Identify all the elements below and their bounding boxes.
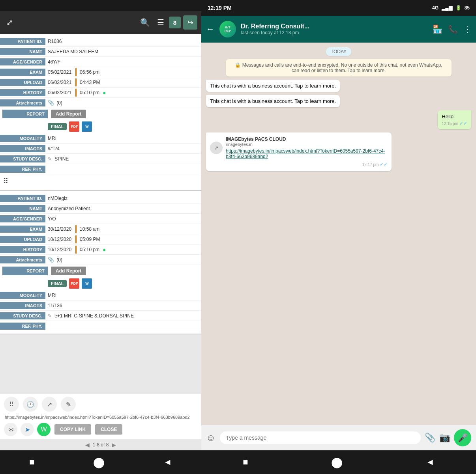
edit-share-icon[interactable]: ✎	[61, 397, 76, 412]
mic-button[interactable]: 🎤	[454, 429, 471, 446]
history-icon[interactable]: 🕐	[23, 397, 38, 412]
link-domain: imagebytes.in	[226, 142, 388, 147]
share-icons-row: ⠿ 🕐 ↗ ✎	[4, 397, 197, 412]
patient2-id-row: PATIENT ID. nMDleglz	[0, 193, 201, 203]
left-nav-home[interactable]: ⬤	[90, 453, 108, 472]
word-icon-1[interactable]: W	[82, 121, 92, 132]
patient1-refphy-value	[45, 168, 201, 170]
patient2-modality-row: MODALITY MRI	[0, 290, 201, 300]
call-icon[interactable]: 📞	[448, 24, 458, 34]
patient2-refphy-row: REF. PHY.	[0, 321, 201, 331]
left-nav-square[interactable]: ■	[26, 454, 37, 470]
camera-button[interactable]: 📷	[439, 433, 450, 443]
patient2-study-row: STUDY DESC. ✎ e+1 MRI C-SPINE & DORSAL S…	[0, 311, 201, 321]
double-tick-2: ✓✓	[380, 162, 388, 167]
paperclip-icon: 📎	[48, 100, 54, 106]
patient1-images-label: IMAGES	[0, 145, 45, 152]
pdf-icon-1[interactable]: PDF	[69, 121, 79, 132]
date-chip: TODAY	[326, 47, 351, 56]
forward-icon[interactable]: ↗	[210, 142, 223, 154]
patient1-upload-row: UPLOAD 06/02/2021 04:43 PM	[0, 77, 201, 88]
patient2-modality-label: MODALITY	[0, 292, 45, 299]
patient1-name-label: NAME	[0, 48, 45, 55]
count-badge: 8	[169, 17, 181, 28]
patient2-final-row: FINAL PDF W	[0, 277, 201, 290]
message-input[interactable]	[220, 431, 421, 444]
patient2-exam-label: EXAM	[0, 226, 45, 233]
attachment-button[interactable]: 📎	[425, 433, 435, 443]
left-status-bar	[0, 0, 201, 11]
patient1-upload-label: UPLOAD	[0, 79, 45, 86]
patient1-id-row: PATIENT ID. R1036	[0, 36, 201, 47]
wa-nav-back[interactable]: ◄	[426, 457, 435, 467]
patient1-images-value: 9/124	[45, 145, 201, 153]
patient1-exam-row: EXAM 05/02/2021 06:56 pm	[0, 67, 201, 77]
patient2-refphy-label: REF. PHY.	[0, 323, 45, 330]
list-icon[interactable]: ☰	[155, 15, 167, 30]
online-dot-2: ●	[103, 246, 106, 253]
pagination-bar: ◀ 1-8 of 8 ▶	[0, 439, 201, 450]
copy-link-button[interactable]: COPY LINK	[54, 424, 91, 435]
patient2-images-row: IMAGES 11/136	[0, 300, 201, 311]
search-icon[interactable]: 🔍	[138, 15, 152, 30]
prev-page-icon[interactable]: ◀	[85, 442, 90, 448]
message-icons: ✉ ➤ W	[4, 423, 51, 436]
double-tick-1: ✓✓	[459, 121, 467, 126]
contact-name: Dr. Referring Consult...	[241, 23, 428, 30]
patient2-report-label: REPORT	[2, 267, 48, 275]
whatsapp-share-icon[interactable]: W	[37, 423, 51, 436]
edit-icon-1[interactable]: ✎	[48, 156, 52, 162]
patient1-age-row: AGE/GENDER 46Y/F	[0, 57, 201, 67]
next-page-icon[interactable]: ▶	[112, 442, 116, 448]
left-nav-back[interactable]: ◄	[160, 454, 175, 470]
emoji-button[interactable]: ☺	[206, 432, 216, 443]
store-icon[interactable]: 🏪	[433, 24, 442, 34]
wa-header: ← INTREP Dr. Referring Consult... last s…	[201, 16, 476, 43]
expand-icon[interactable]: ⤢	[4, 15, 15, 30]
wa-time: 12:19 PM	[208, 5, 232, 11]
patient2-study-value: ✎ e+1 MRI C-SPINE & DORSAL SPINE	[45, 312, 201, 320]
business-msg-2: This chat is with a business account. Ta…	[206, 95, 340, 107]
word-icon-2[interactable]: W	[82, 278, 92, 289]
grid-menu-icon[interactable]: ⠿	[4, 397, 19, 412]
patient1-exam-date: 05/02/2021	[45, 68, 74, 76]
business-msg-2-text: This chat is with a business account. Ta…	[210, 98, 336, 104]
wa-nav-home[interactable]: ⬤	[331, 456, 343, 468]
patient1-study-value: ✎ SPINE	[45, 155, 201, 163]
pdf-icon-2[interactable]: PDF	[69, 278, 79, 289]
email-share-icon[interactable]: ✉	[4, 423, 17, 436]
wa-input-bar: ☺ 📎 📷 🎤	[201, 425, 476, 450]
grid-dots-1[interactable]: ⠿	[0, 174, 201, 188]
edit-icon-2[interactable]: ✎	[48, 313, 52, 319]
patient2-exam-time: 10:58 am	[78, 225, 101, 233]
back-button[interactable]: ←	[206, 24, 215, 34]
wa-nav-square[interactable]: ■	[243, 457, 248, 467]
more-options-icon[interactable]: ⋮	[463, 24, 471, 34]
patient2-attach-count: (0)	[56, 257, 62, 263]
share-icon[interactable]: ↗	[42, 397, 57, 412]
patient2-modality-value: MRI	[45, 291, 201, 299]
patient1-modality-value: MRI	[45, 134, 201, 142]
exit-icon[interactable]: ↪	[183, 15, 197, 30]
patient1-upload-date: 06/02/2021	[45, 78, 74, 86]
patient2-age-row: AGE/GENDER Y/O	[0, 214, 201, 224]
patient1-final-row: FINAL PDF W	[0, 120, 201, 133]
patient2-refphy-value	[45, 325, 201, 327]
patient2-age-value: Y/O	[45, 215, 201, 223]
link-url[interactable]: https://imagebytes.in/impacsweb/index.ht…	[226, 148, 388, 159]
patient2-id-label: PATIENT ID.	[0, 195, 45, 202]
patient2-history-time: 05:10 pm	[78, 246, 101, 254]
patient1-name-row: NAME SAJEEDA MD SALEEM	[0, 47, 201, 57]
patient1-exam-time: 06:56 pm	[78, 68, 101, 76]
add-report-button-2[interactable]: Add Report	[51, 267, 86, 275]
encryption-notice[interactable]: 🔒 Messages and calls are end-to-end encr…	[226, 59, 451, 77]
patient1-history-row: HISTORY 06/02/2021 05:10 pm ●	[0, 88, 201, 98]
paperclip-icon-2: 📎	[48, 257, 54, 263]
close-share-button[interactable]: CLOSE	[95, 424, 122, 435]
patient2-history-date: 10/12/2020	[45, 246, 74, 254]
link-content: IMAGEbytes PACS CLOUD imagebytes.in http…	[226, 136, 388, 159]
direct-send-icon[interactable]: ➤	[21, 423, 34, 436]
contact-info[interactable]: Dr. Referring Consult... last seen today…	[241, 23, 428, 35]
add-report-button-1[interactable]: Add Report	[51, 110, 86, 118]
final-badge-1: FINAL	[48, 123, 67, 130]
